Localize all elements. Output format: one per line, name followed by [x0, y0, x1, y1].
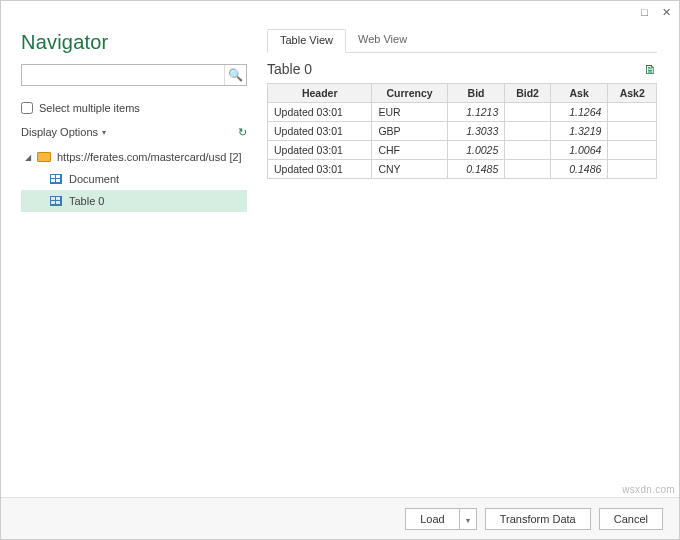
preview-header: Table 0 🗎 — [267, 61, 657, 77]
cancel-button[interactable]: Cancel — [599, 508, 663, 530]
content-area: Navigator 🔍 Select multiple items Displa… — [1, 23, 679, 497]
cell: 0.1485 — [447, 160, 505, 179]
table-row[interactable]: Updated 03:01 CHF 1.0025 1.0064 — [268, 141, 657, 160]
table-row[interactable]: Updated 03:01 EUR 1.1213 1.1264 — [268, 103, 657, 122]
footer: Load ▾ Transform Data Cancel — [1, 497, 679, 539]
cell — [608, 122, 657, 141]
cell: 1.3033 — [447, 122, 505, 141]
chevron-down-icon: ▾ — [466, 516, 470, 525]
tree-item-label: Table 0 — [69, 195, 104, 207]
search-input[interactable] — [22, 67, 224, 83]
tree-root[interactable]: ◢ https://ferates.com/mastercard/usd [2] — [21, 146, 247, 168]
cell: Updated 03:01 — [268, 141, 372, 160]
cell: 1.0025 — [447, 141, 505, 160]
title-bar: □ ✕ — [1, 1, 679, 23]
display-options-label: Display Options — [21, 126, 98, 138]
cell: CHF — [372, 141, 447, 160]
col-header[interactable]: Ask — [550, 84, 608, 103]
close-icon[interactable]: ✕ — [662, 7, 671, 18]
cell — [608, 141, 657, 160]
load-split-button: Load ▾ — [405, 508, 476, 530]
table-row[interactable]: Updated 03:01 GBP 1.3033 1.3219 — [268, 122, 657, 141]
collapse-icon[interactable]: ◢ — [25, 153, 31, 162]
cell: 1.0064 — [550, 141, 608, 160]
cell: 1.1264 — [550, 103, 608, 122]
cell — [505, 103, 551, 122]
cell: Updated 03:01 — [268, 160, 372, 179]
cell: CNY — [372, 160, 447, 179]
table-header-row: Header Currency Bid Bid2 Ask Ask2 — [268, 84, 657, 103]
col-header[interactable]: Header — [268, 84, 372, 103]
cell — [505, 122, 551, 141]
tree-root-label: https://ferates.com/mastercard/usd [2] — [57, 151, 242, 163]
load-button[interactable]: Load — [405, 508, 458, 530]
chevron-down-icon: ▾ — [102, 128, 106, 137]
search-box[interactable]: 🔍 — [21, 64, 247, 86]
col-header[interactable]: Ask2 — [608, 84, 657, 103]
cell: EUR — [372, 103, 447, 122]
dialog-title: Navigator — [21, 31, 247, 54]
navigator-dialog: □ ✕ Navigator 🔍 Select multiple items Di… — [0, 0, 680, 540]
select-multiple-checkbox[interactable] — [21, 102, 33, 114]
preview-tabs: Table View Web View — [267, 29, 657, 53]
table-row[interactable]: Updated 03:01 CNY 0.1485 0.1486 — [268, 160, 657, 179]
select-multiple-checkbox-row[interactable]: Select multiple items — [21, 98, 247, 118]
tree-item-label: Document — [69, 173, 119, 185]
folder-icon — [37, 151, 51, 163]
right-pane: Table View Web View Table 0 🗎 Header Cur… — [261, 23, 679, 497]
col-header[interactable]: Bid — [447, 84, 505, 103]
transform-data-button[interactable]: Transform Data — [485, 508, 591, 530]
load-dropdown-button[interactable]: ▾ — [459, 508, 477, 530]
cell — [608, 103, 657, 122]
cell: 1.3219 — [550, 122, 608, 141]
cell: Updated 03:01 — [268, 103, 372, 122]
select-multiple-label: Select multiple items — [39, 102, 140, 114]
refresh-icon[interactable]: ↻ — [238, 126, 247, 139]
cell — [505, 141, 551, 160]
tree-item-document[interactable]: Document — [21, 168, 247, 190]
preview-title: Table 0 — [267, 61, 312, 77]
tree-item-table0[interactable]: Table 0 — [21, 190, 247, 212]
table-icon — [49, 195, 63, 207]
tab-web-view[interactable]: Web View — [346, 29, 419, 52]
maximize-icon[interactable]: □ — [641, 7, 648, 18]
left-pane: Navigator 🔍 Select multiple items Displa… — [1, 23, 261, 497]
preview-options-icon[interactable]: 🗎 — [644, 62, 657, 77]
cell — [505, 160, 551, 179]
cell: GBP — [372, 122, 447, 141]
display-options-row[interactable]: Display Options ▾ ↻ — [21, 122, 247, 142]
preview-table: Header Currency Bid Bid2 Ask Ask2 Update… — [267, 83, 657, 179]
col-header[interactable]: Bid2 — [505, 84, 551, 103]
tab-table-view[interactable]: Table View — [267, 29, 346, 53]
cell: 1.1213 — [447, 103, 505, 122]
cell: 0.1486 — [550, 160, 608, 179]
search-icon[interactable]: 🔍 — [224, 65, 246, 85]
cell: Updated 03:01 — [268, 122, 372, 141]
cell — [608, 160, 657, 179]
table-icon — [49, 173, 63, 185]
tree: ◢ https://ferates.com/mastercard/usd [2]… — [21, 146, 247, 212]
col-header[interactable]: Currency — [372, 84, 447, 103]
